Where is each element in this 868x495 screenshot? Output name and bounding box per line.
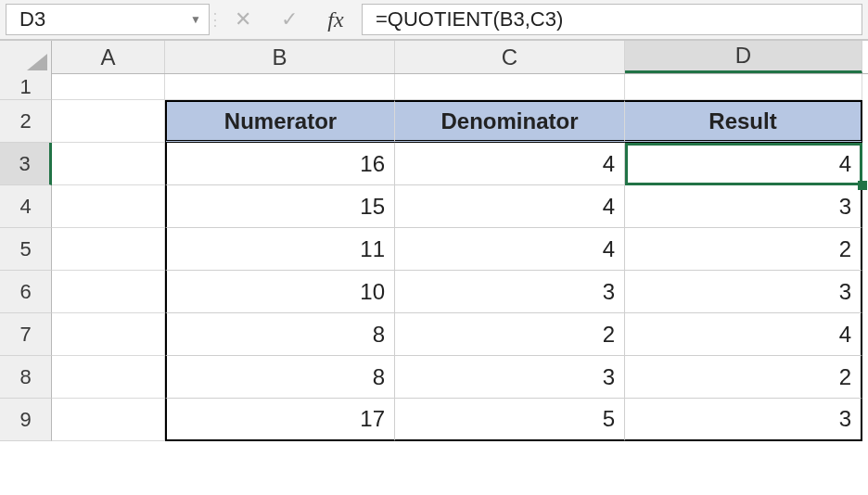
row-header-2[interactable]: 2 — [0, 100, 52, 143]
cell-A2[interactable] — [52, 100, 165, 143]
name-box[interactable]: D3 ▼ — [6, 4, 210, 35]
row-header-9[interactable]: 9 — [0, 399, 52, 441]
col-header-B[interactable]: B — [165, 41, 395, 73]
cell-A6[interactable] — [52, 271, 165, 313]
row-7: 7 8 2 4 — [0, 313, 868, 356]
row-header-7[interactable]: 7 — [0, 313, 52, 356]
col-header-A[interactable]: A — [52, 41, 165, 73]
row-1: 1 — [0, 74, 868, 100]
cell-C1[interactable] — [395, 74, 625, 100]
cell-D6[interactable]: 3 — [625, 271, 862, 313]
formula-bar: D3 ▼ ⋮ ✕ ✓ fx =QUOTIENT(B3,C3) — [0, 0, 868, 41]
formula-input[interactable]: =QUOTIENT(B3,C3) — [362, 4, 862, 35]
name-box-value: D3 — [19, 7, 190, 32]
col-header-D[interactable]: D — [625, 41, 862, 73]
cell-A9[interactable] — [52, 399, 165, 441]
cell-B4[interactable]: 15 — [165, 185, 395, 228]
rows: 1 2 Numerator Denominator Result 3 16 4 … — [0, 74, 868, 441]
cell-D8[interactable]: 2 — [625, 356, 862, 399]
cell-A1[interactable] — [52, 74, 165, 100]
cell-D4[interactable]: 3 — [625, 185, 862, 228]
row-5: 5 11 4 2 — [0, 228, 868, 271]
cell-C9[interactable]: 5 — [395, 399, 625, 441]
cell-A8[interactable] — [52, 356, 165, 399]
formula-text: =QUOTIENT(B3,C3) — [376, 7, 563, 32]
cell-B6[interactable]: 10 — [165, 271, 395, 313]
header-result[interactable]: Result — [625, 100, 862, 143]
insert-function-icon[interactable]: fx — [323, 6, 349, 32]
row-8: 8 8 3 2 — [0, 356, 868, 399]
cell-D5[interactable]: 2 — [625, 228, 862, 271]
cell-C8[interactable]: 3 — [395, 356, 625, 399]
cell-A4[interactable] — [52, 185, 165, 228]
row-header-8[interactable]: 8 — [0, 356, 52, 399]
cell-B1[interactable] — [165, 74, 395, 100]
cell-C7[interactable]: 2 — [395, 313, 625, 356]
select-all-triangle[interactable] — [0, 41, 52, 74]
header-numerator[interactable]: Numerator — [165, 100, 395, 143]
cell-B9[interactable]: 17 — [165, 399, 395, 441]
cell-A7[interactable] — [52, 313, 165, 356]
chevron-down-icon[interactable]: ▼ — [190, 13, 201, 26]
row-4: 4 15 4 3 — [0, 185, 868, 228]
row-3: 3 16 4 4 — [0, 143, 868, 185]
cancel-icon[interactable]: ✕ — [230, 6, 256, 32]
cell-D9[interactable]: 3 — [625, 399, 862, 441]
cell-A3[interactable] — [52, 143, 165, 185]
cell-D1[interactable] — [625, 74, 862, 100]
row-9: 9 17 5 3 — [0, 399, 868, 441]
formula-bar-buttons: ✕ ✓ fx — [221, 0, 358, 39]
row-header-6[interactable]: 6 — [0, 271, 52, 313]
row-header-5[interactable]: 5 — [0, 228, 52, 271]
row-header-4[interactable]: 4 — [0, 185, 52, 228]
row-6: 6 10 3 3 — [0, 271, 868, 313]
row-header-1[interactable]: 1 — [0, 74, 52, 100]
col-header-C[interactable]: C — [395, 41, 625, 73]
cell-C4[interactable]: 4 — [395, 185, 625, 228]
header-denominator[interactable]: Denominator — [395, 100, 625, 143]
cell-D7[interactable]: 4 — [625, 313, 862, 356]
column-headers: A B C D — [0, 41, 868, 74]
row-header-3[interactable]: 3 — [0, 143, 52, 185]
cell-B7[interactable]: 8 — [165, 313, 395, 356]
cell-C6[interactable]: 3 — [395, 271, 625, 313]
cell-B8[interactable]: 8 — [165, 356, 395, 399]
cell-A5[interactable] — [52, 228, 165, 271]
cell-C3[interactable]: 4 — [395, 143, 625, 185]
divider: ⋮ — [210, 0, 221, 39]
enter-icon[interactable]: ✓ — [276, 6, 302, 32]
cell-C5[interactable]: 4 — [395, 228, 625, 271]
row-2: 2 Numerator Denominator Result — [0, 100, 868, 143]
cell-B5[interactable]: 11 — [165, 228, 395, 271]
spreadsheet-grid: A B C D 1 2 Numerator Denominator Result… — [0, 41, 868, 441]
cell-D3[interactable]: 4 — [625, 143, 862, 185]
cell-B3[interactable]: 16 — [165, 143, 395, 185]
